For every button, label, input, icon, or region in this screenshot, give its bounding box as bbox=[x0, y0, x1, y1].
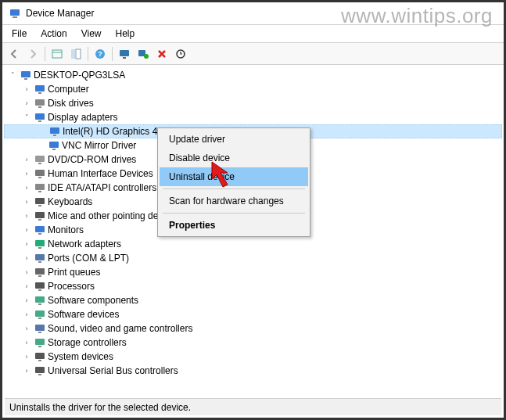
back-button[interactable] bbox=[5, 45, 23, 63]
tree-category[interactable]: ›Network adapters bbox=[4, 237, 502, 251]
tree-label: DVD/CD-ROM drives bbox=[48, 154, 136, 165]
svg-rect-37 bbox=[35, 240, 45, 246]
expander-icon[interactable]: › bbox=[21, 98, 32, 109]
show-hidden-button[interactable] bbox=[48, 45, 66, 63]
menu-action[interactable]: Action bbox=[34, 27, 73, 41]
tree-category[interactable]: ›Computer bbox=[4, 82, 502, 96]
tree-category[interactable]: ›Software devices bbox=[4, 307, 502, 321]
svg-rect-19 bbox=[35, 113, 45, 120]
tree-category[interactable]: ›Sound, video and game controllers bbox=[4, 321, 502, 336]
window-title: Device Manager bbox=[26, 8, 94, 19]
help-button[interactable]: ? bbox=[92, 45, 109, 63]
menu-help[interactable]: Help bbox=[109, 27, 142, 41]
tree-label: Software devices bbox=[48, 309, 119, 320]
menu-view[interactable]: View bbox=[75, 27, 108, 41]
tree-label: Universal Serial Bus controllers bbox=[48, 365, 178, 376]
expander-icon[interactable]: › bbox=[21, 281, 32, 292]
menubar: File Action View Help bbox=[2, 25, 504, 43]
scan-button[interactable] bbox=[135, 45, 152, 63]
svg-rect-47 bbox=[35, 311, 45, 317]
status-text: Uninstalls the driver for the selected d… bbox=[9, 402, 191, 413]
toolbar-sep bbox=[88, 47, 88, 61]
svg-rect-30 bbox=[38, 191, 41, 192]
svg-rect-21 bbox=[50, 127, 59, 134]
svg-rect-22 bbox=[53, 135, 56, 136]
tree-category[interactable]: ›Print queues bbox=[4, 265, 502, 279]
tree-label: Ports (COM & LPT) bbox=[48, 253, 129, 264]
svg-rect-1 bbox=[13, 16, 17, 18]
svg-rect-41 bbox=[35, 268, 45, 275]
computer-icon bbox=[34, 83, 46, 95]
expander-icon[interactable]: › bbox=[21, 337, 32, 348]
printer-icon bbox=[34, 266, 46, 278]
expander-icon[interactable]: › bbox=[21, 309, 32, 320]
expander-icon[interactable]: ˅ bbox=[7, 70, 18, 81]
tree-root[interactable]: ˅DESKTOP-QPG3LSA bbox=[4, 68, 502, 82]
expander-icon[interactable] bbox=[36, 126, 47, 137]
svg-rect-23 bbox=[49, 142, 59, 148]
tree-category[interactable]: ˅Display adapters bbox=[4, 110, 502, 124]
expander-icon[interactable]: › bbox=[21, 351, 32, 362]
tree-category[interactable]: ›Storage controllers bbox=[4, 336, 502, 350]
expander-icon[interactable] bbox=[35, 140, 46, 151]
svg-rect-48 bbox=[38, 318, 41, 319]
context-menu-item[interactable]: Disable device bbox=[160, 149, 308, 167]
expander-icon[interactable]: ˅ bbox=[21, 112, 32, 123]
toolbar: ? bbox=[2, 43, 504, 65]
svg-rect-33 bbox=[35, 212, 45, 218]
svg-rect-28 bbox=[38, 177, 41, 178]
tree-category[interactable]: ›Software components bbox=[4, 293, 502, 307]
keyboard-icon bbox=[34, 196, 46, 208]
tree-label: Keyboards bbox=[48, 196, 92, 207]
tree-category[interactable]: ›System devices bbox=[4, 350, 502, 364]
context-menu-item[interactable]: Uninstall device bbox=[160, 167, 308, 186]
expander-icon[interactable]: › bbox=[21, 168, 32, 179]
expander-icon[interactable]: › bbox=[21, 196, 32, 207]
uninstall-button[interactable] bbox=[153, 45, 170, 63]
tree-label: Display adapters bbox=[48, 112, 117, 123]
expander-icon[interactable]: › bbox=[21, 323, 32, 334]
svg-rect-29 bbox=[35, 184, 45, 190]
tree-label: Human Interface Devices bbox=[48, 168, 153, 179]
expander-icon[interactable]: › bbox=[21, 210, 32, 221]
expander-icon[interactable]: › bbox=[21, 224, 32, 235]
expander-icon[interactable]: › bbox=[21, 365, 32, 376]
expander-icon[interactable]: › bbox=[21, 154, 32, 165]
svg-rect-0 bbox=[10, 9, 20, 16]
tree-category[interactable]: ›Disk drives bbox=[4, 96, 502, 110]
system-icon bbox=[34, 350, 46, 363]
tree-category[interactable]: ›Processors bbox=[4, 279, 502, 293]
usb-icon bbox=[34, 364, 46, 377]
expander-icon[interactable]: › bbox=[21, 84, 32, 95]
expander-icon[interactable]: › bbox=[21, 239, 32, 249]
tree-category[interactable]: ›Ports (COM & LPT) bbox=[4, 251, 502, 265]
tree-label: System devices bbox=[48, 351, 113, 362]
forward-button[interactable] bbox=[24, 45, 41, 63]
tree-label: DESKTOP-QPG3LSA bbox=[34, 70, 125, 81]
mouse-icon bbox=[34, 210, 46, 222]
monitor-button[interactable] bbox=[116, 45, 133, 63]
display-icon bbox=[48, 139, 60, 152]
update-button[interactable] bbox=[172, 45, 189, 63]
expander-icon[interactable]: › bbox=[21, 182, 32, 193]
tree-label: Network adapters bbox=[48, 239, 121, 249]
context-menu-item[interactable]: Scan for hardware changes bbox=[160, 192, 308, 210]
context-menu-item[interactable]: Update driver bbox=[160, 130, 308, 149]
expander-icon[interactable]: › bbox=[21, 267, 32, 278]
tree-label: Monitors bbox=[48, 224, 84, 235]
disk-icon bbox=[34, 97, 46, 109]
svg-rect-36 bbox=[38, 233, 41, 235]
menu-file[interactable]: File bbox=[5, 27, 33, 41]
svg-rect-50 bbox=[38, 332, 41, 333]
svg-rect-54 bbox=[38, 360, 41, 361]
expander-icon[interactable]: › bbox=[21, 253, 32, 264]
context-menu-item[interactable]: Properties bbox=[160, 216, 308, 235]
ide-icon bbox=[34, 181, 46, 194]
svg-rect-56 bbox=[38, 374, 41, 375]
svg-rect-38 bbox=[38, 247, 41, 249]
tree-category[interactable]: ›Universal Serial Bus controllers bbox=[4, 364, 502, 378]
svg-point-11 bbox=[144, 54, 149, 59]
expander-icon[interactable]: › bbox=[21, 295, 32, 306]
tree-button[interactable] bbox=[67, 45, 84, 63]
context-menu-separator bbox=[163, 188, 305, 189]
